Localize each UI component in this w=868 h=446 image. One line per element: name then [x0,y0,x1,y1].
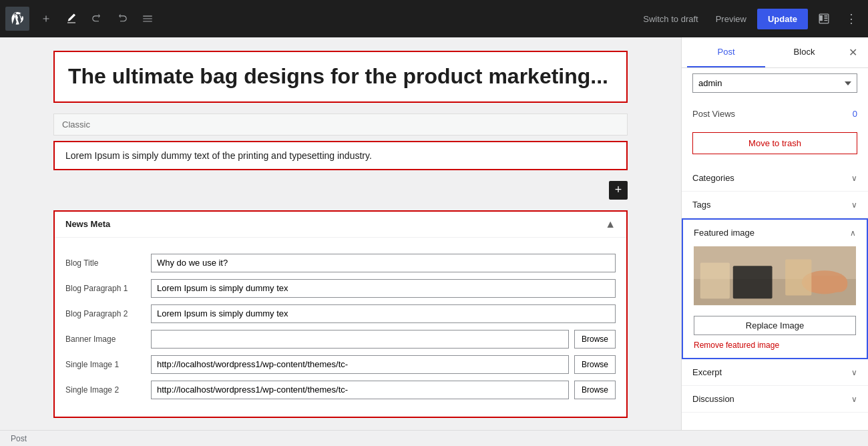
undo-button[interactable] [85,9,108,29]
layout-toggle-button[interactable] [812,8,836,29]
tab-post[interactable]: Post [687,37,765,67]
tab-block[interactable]: Block [765,37,843,67]
wp-logo [5,7,29,31]
blog-paragraph2-row: Blog Paragraph 2 [65,304,616,323]
categories-title: Categories [692,173,734,183]
classic-block: Classic [53,114,628,136]
author-select[interactable]: admin [692,73,857,93]
single-image2-label: Single Image 2 [65,385,146,395]
news-meta-header[interactable]: News Meta ▲ [55,212,626,238]
replace-image-button[interactable]: Replace Image [694,316,856,335]
right-panel: Post Block ✕ admin Post Views 0 Move to … [681,37,868,430]
preview-button[interactable]: Preview [709,10,753,28]
main-content: The ultimate bag designs for the product… [0,37,868,430]
single-image1-label: Single Image 1 [65,360,146,369]
single-image2-input[interactable] [151,381,569,399]
remove-featured-image-link[interactable]: Remove featured image [683,341,867,358]
featured-image-chevron-icon: ∧ [850,228,856,238]
banner-image-label: Banner Image [65,334,146,344]
single-image1-row: Single Image 1 Browse [65,355,616,374]
panel-tabs: Post Block ✕ [682,37,868,68]
blog-title-row: Blog Title [65,254,616,272]
single-image2-row: Single Image 2 Browse [65,381,616,399]
discussion-chevron-icon: ∨ [851,395,857,404]
svg-rect-5 [785,260,811,296]
featured-image-preview [694,246,856,306]
tags-title: Tags [692,200,710,210]
add-block-inline-button[interactable]: + [609,181,628,200]
blog-title-label: Blog Title [65,258,146,268]
redo-button[interactable] [111,9,134,29]
list-view-button[interactable] [136,9,159,29]
editor-area: The ultimate bag designs for the product… [0,37,681,430]
svg-rect-6 [700,262,730,298]
panel-close-button[interactable]: ✕ [843,43,863,61]
blog-paragraph1-row: Blog Paragraph 1 [65,279,616,298]
featured-image-title: Featured image [694,228,754,238]
discussion-title: Discussion [692,394,734,404]
post-views-row: Post Views 0 [682,103,868,127]
tags-header[interactable]: Tags ∨ [682,192,868,218]
blog-title-input[interactable] [151,254,616,272]
excerpt-title: Excerpt [692,367,722,377]
single-image2-browse-button[interactable]: Browse [574,381,616,399]
post-views-count[interactable]: 0 [853,109,857,119]
banner-image-row: Banner Image Browse [65,330,616,349]
blog-paragraph2-label: Blog Paragraph 2 [65,309,146,318]
move-to-trash-button[interactable]: Move to trash [692,132,857,154]
tags-section: Tags ∨ [682,192,868,218]
banner-image-input[interactable] [151,330,569,349]
title-block[interactable]: The ultimate bag designs for the product… [53,51,628,103]
banner-browse-button[interactable]: Browse [574,330,616,349]
discussion-section: Discussion ∨ [682,386,868,413]
status-text: Post [11,434,27,443]
news-meta-body: Blog Title Blog Paragraph 1 Blog Paragra… [55,238,626,417]
paragraph-block[interactable]: Lorem Ipsum is simply dummy text of the … [53,141,628,170]
blog-paragraph1-label: Blog Paragraph 1 [65,284,146,293]
classic-label: Classic [62,120,90,130]
status-bar: Post [0,430,868,446]
single-image1-input[interactable] [151,355,569,374]
news-meta-title: News Meta [65,219,110,229]
categories-chevron-icon: ∨ [851,174,857,183]
excerpt-chevron-icon: ∨ [851,368,857,377]
edit-mode-button[interactable] [60,9,83,29]
news-meta-collapse-button[interactable]: ▲ [605,218,616,230]
add-block-button[interactable] [35,9,57,29]
single-image1-browse-button[interactable]: Browse [574,355,616,374]
featured-image-header[interactable]: Featured image ∧ [683,220,867,246]
excerpt-section: Excerpt ∨ [682,359,868,386]
more-options-button[interactable]: ⋮ [840,7,863,30]
categories-header[interactable]: Categories ∨ [682,165,868,191]
blog-paragraph1-input[interactable] [151,279,616,298]
blog-paragraph2-input[interactable] [151,304,616,323]
featured-image-section: Featured image ∧ Replace Image Remove fe… [682,218,868,359]
update-button[interactable]: Update [757,9,808,29]
author-section: admin [682,68,868,103]
discussion-header[interactable]: Discussion ∨ [682,386,868,412]
svg-rect-2 [733,266,773,298]
switch-to-draft-button[interactable]: Switch to draft [636,10,704,28]
categories-section: Categories ∨ [682,165,868,192]
post-title[interactable]: The ultimate bag designs for the product… [68,63,613,91]
news-meta-block: News Meta ▲ Blog Title Blog Paragraph 1 … [53,210,628,418]
excerpt-header[interactable]: Excerpt ∨ [682,359,868,385]
post-views-label: Post Views [692,109,735,119]
paragraph-text: Lorem Ipsum is simply dummy text of the … [65,150,372,161]
topbar: Switch to draft Preview Update ⋮ [0,0,868,37]
tags-chevron-icon: ∨ [851,200,857,210]
